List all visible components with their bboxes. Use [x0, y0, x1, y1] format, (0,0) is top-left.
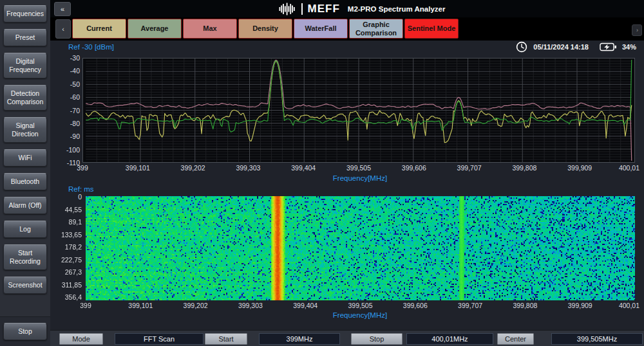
sidebar: FrequenciesPresetDigital FrequencyDetect…: [0, 0, 50, 346]
sidebar-item-stop[interactable]: Stop: [3, 323, 47, 340]
waterfall-ytick: 267,3: [55, 268, 82, 276]
waterfall-ytick: 311,85: [55, 281, 82, 289]
spectrum-xtick: 399: [64, 164, 100, 172]
waterfall-xtick: 399: [68, 302, 104, 309]
sidebar-item-frequencies[interactable]: Frequencies: [3, 5, 47, 23]
waterfall-xtick: 399,808: [507, 302, 543, 309]
datetime-text: 05/11/2024 14:18: [533, 43, 589, 51]
sidebar-button-list: FrequenciesPresetDigital FrequencyDetect…: [0, 0, 50, 294]
waterfall-xtick: 399,505: [343, 302, 379, 309]
spectrum-xtick: 399,808: [506, 164, 542, 172]
spectrum-ytick: -80: [52, 120, 80, 127]
spectrum-xtick: 400,01: [611, 164, 644, 172]
sidebar-item-signal-direction[interactable]: Signal Direction: [3, 117, 47, 143]
sidebar-item-detection-comparison[interactable]: Detection Comparison: [3, 85, 47, 111]
waterfall-ytick: 356,4: [55, 293, 82, 301]
sidebar-item-alarm-off[interactable]: Alarm (Off): [3, 197, 47, 214]
spectrum-x-axis-title: Frequency[MHz]: [321, 174, 399, 182]
tab-sentinel-mode[interactable]: Sentinel Mode: [404, 19, 459, 39]
waterfall-xtick: 399,101: [122, 302, 158, 309]
bottom-stop-button[interactable]: Stop: [351, 333, 402, 345]
waterfall-x-axis-title: Frequency[MHz]: [321, 311, 399, 319]
bottom-mode-button[interactable]: Mode: [59, 333, 103, 345]
spectrum-xtick: 399,606: [396, 164, 432, 172]
spectrum-ytick: -70: [52, 107, 80, 114]
logo-text: MEFF: [308, 3, 340, 15]
spectrum-ytick: -90: [52, 132, 80, 140]
waterfall-ref-label: Ref: ms: [68, 185, 94, 193]
waterfall-xtick: 399,606: [397, 302, 433, 309]
spectrum-xtick: 399,404: [285, 164, 321, 172]
spectrum-xtick: 399,707: [451, 164, 488, 172]
sidebar-item-screenshot[interactable]: Screenshot: [3, 277, 47, 294]
waterfall-xtick: 399,909: [562, 302, 598, 309]
tabs-scroll-left-button[interactable]: ‹: [55, 19, 71, 39]
clock-icon: [516, 41, 527, 53]
waterfall-plot[interactable]: [86, 196, 635, 300]
tabs-scroll-right-button[interactable]: ›: [632, 24, 642, 36]
waterfall-xtick: 400,01: [611, 302, 644, 309]
sidebar-item-start-recording[interactable]: Start Recording: [3, 244, 47, 270]
waveform-icon: [279, 2, 296, 16]
waterfall-xtick: 399,404: [287, 302, 323, 309]
bottom-399-505mhz-field[interactable]: 399,505MHz: [551, 333, 643, 345]
app-logo: MEFF M2-PRO Spectrum Analyzer: [279, 2, 446, 16]
waterfall-ytick: 89,1: [55, 218, 82, 226]
spectrum-xtick: 399,101: [120, 164, 156, 172]
spectrum-ref-label: Ref -30 [dBm]: [68, 43, 114, 51]
bottom-400-01mhz-field[interactable]: 400,01MHz: [406, 333, 493, 345]
tab-max[interactable]: Max: [183, 19, 237, 39]
battery-percent: 34%: [622, 43, 636, 51]
waterfall-ytick: 44,55: [55, 206, 82, 214]
bottom-start-button[interactable]: Start: [205, 333, 247, 345]
bottom-fft-scan-field[interactable]: FFT Scan: [115, 333, 204, 345]
spectrum-plot[interactable]: [82, 58, 635, 163]
waterfall-xtick: 399,707: [452, 302, 488, 309]
sidebar-item-digital-frequency[interactable]: Digital Frequency: [3, 53, 47, 78]
sidebar-item-wifi[interactable]: WiFi: [3, 149, 47, 167]
bottom-control-bar: ModeFFT ScanStart399MHzStop400,01MHzCent…: [50, 330, 644, 346]
battery-icon: [600, 42, 617, 51]
tab-density[interactable]: Density: [238, 19, 292, 39]
waterfall-ytick: 178,2: [55, 243, 82, 251]
tab-average[interactable]: Average: [128, 19, 182, 39]
sidebar-item-log[interactable]: Log: [3, 221, 47, 238]
sidebar-item-bluetooth[interactable]: Bluetooth: [3, 173, 47, 190]
main-area: « MEFF M2-PRO Spectrum Analyzer ‹: [50, 0, 644, 346]
tab-waterfall[interactable]: WaterFall: [294, 19, 348, 39]
waterfall-ytick: 222,75: [55, 256, 82, 264]
waterfall-xtick: 399,303: [232, 302, 269, 309]
spectrum-xtick: 399,202: [175, 164, 211, 172]
bottom-399mhz-field[interactable]: 399MHz: [259, 333, 340, 345]
spectrum-xtick: 399,303: [230, 164, 266, 172]
spectrum-ytick: -50: [52, 80, 80, 88]
waterfall-ytick: 133,65: [55, 231, 82, 239]
spectrum-xtick: 399,505: [341, 164, 377, 172]
sidebar-bottom-section: Stop: [0, 316, 50, 346]
title-bar: « MEFF M2-PRO Spectrum Analyzer: [50, 0, 644, 17]
tab-bar: ‹ CurrentAverageMaxDensityWaterFallGraph…: [50, 17, 644, 41]
sidebar-item-preset[interactable]: Preset: [3, 29, 47, 46]
spectrum-xtick: 399,909: [562, 164, 598, 172]
spectrum-ytick: -40: [52, 67, 80, 75]
waterfall-ytick: 0: [55, 193, 82, 201]
spectrum-ytick: -100: [52, 146, 80, 154]
app-root: FrequenciesPresetDigital FrequencyDetect…: [0, 0, 644, 346]
bottom-center-button[interactable]: Center: [497, 333, 534, 345]
page-title: M2-PRO Spectrum Analyzer: [348, 5, 446, 13]
spectrum-ytick: -30: [52, 54, 80, 62]
spectrum-ytick: -60: [52, 93, 80, 101]
tab-graphic-comparison[interactable]: Graphic Comparison: [349, 19, 403, 39]
logo-separator: [301, 3, 303, 15]
status-area: 05/11/2024 14:18 34%: [516, 41, 636, 53]
collapse-sidebar-button[interactable]: «: [54, 2, 71, 16]
waterfall-xtick: 399,202: [178, 302, 214, 309]
tab-current[interactable]: Current: [72, 19, 126, 39]
